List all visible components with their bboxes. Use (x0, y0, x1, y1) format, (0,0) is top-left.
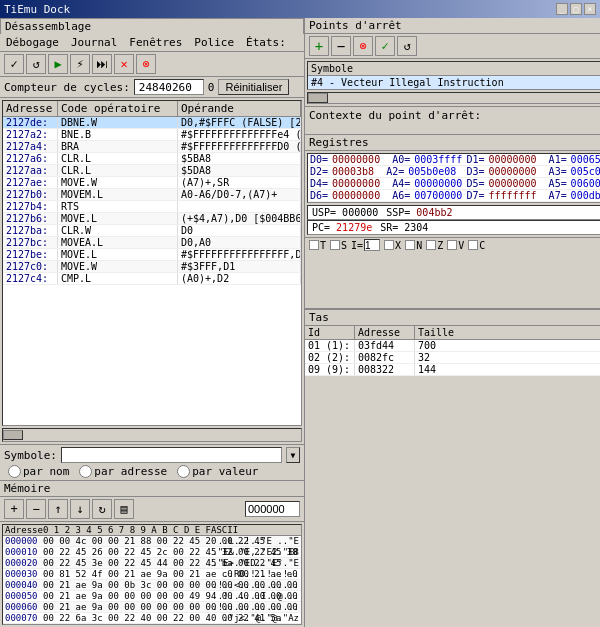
disasm-row[interactable]: 2127de: DBNE.W D0,#$FFFC (FALSE) [2127 (3, 117, 301, 129)
disasm-addr: 2127ba: (3, 225, 58, 236)
disasm-addr: 2127a6: (3, 153, 58, 164)
reset-btn2[interactable]: ↺ (26, 54, 46, 74)
bp-hscrollbar[interactable] (307, 92, 600, 104)
radio-by-value[interactable]: par valeur (177, 465, 258, 478)
disasm-row[interactable]: 2127a4: BRA #$FFFFFFFFFFFFFFD0 (TRU (3, 141, 301, 153)
bp-hscroll-thumb[interactable] (308, 93, 328, 103)
close-button[interactable]: × (584, 3, 596, 15)
tas-row[interactable]: 09 (9): 008322 144 (305, 364, 600, 376)
disasm-hscrollbar[interactable] (2, 428, 302, 442)
memory-row: 00000000 00 4c 00 00 21 88 00 22 45 20 0… (3, 536, 301, 547)
bp-remove-btn[interactable]: − (331, 36, 351, 56)
menu-windows[interactable]: Fenêtres (125, 35, 186, 50)
memory-address-input[interactable] (245, 501, 300, 517)
bp-check-btn[interactable]: ✓ (375, 36, 395, 56)
flag-i-input[interactable] (364, 239, 380, 251)
flags-row: T S I= X N Z (305, 237, 600, 252)
disasm-row[interactable]: 2127a2: BNE.B #$FFFFFFFFFFFFFFe4 (FALS (3, 129, 301, 141)
check-button[interactable]: ✓ (4, 54, 24, 74)
symbol-dropdown-btn[interactable]: ▼ (286, 447, 300, 463)
disasm-addr: 2127b4: (3, 201, 58, 212)
breakpoints-toolbar: + − ⊗ ✓ ↺ (305, 34, 600, 59)
menu-states[interactable]: États: (242, 35, 290, 50)
radio-by-name[interactable]: par nom (8, 465, 69, 478)
disasm-hscroll-thumb[interactable] (3, 430, 23, 440)
title-bar-buttons: _ □ × (556, 3, 596, 15)
disasm-row[interactable]: 2127b6: MOVE.L (+$4,A7),D0 [$004BB6] (3, 213, 301, 225)
disasm-addr: 2127b6: (3, 213, 58, 224)
flag-v-checkbox[interactable] (447, 240, 457, 250)
radio-by-address[interactable]: par adresse (79, 465, 167, 478)
bp-add-btn[interactable]: + (309, 36, 329, 56)
registers-stack-row: Registres D0=00000000 A0=0003ffffD1=0000… (305, 135, 600, 309)
disasm-row[interactable]: 2127b0: MOVEM.L A0-A6/D0-7,(A7)+ (3, 189, 301, 201)
bp-row[interactable]: #4 - Vecteur Illegal Instruction excepti… (308, 76, 600, 89)
mem-up-btn[interactable]: ↑ (48, 499, 68, 519)
mem-remove-btn[interactable]: − (26, 499, 46, 519)
symbol-input[interactable] (61, 447, 282, 463)
disasm-header: Adresse Code opératoire Opérande (3, 101, 301, 117)
memory-column-header: Adresse 0 1 2 3 4 5 6 7 8 9 A B C D E F … (3, 525, 301, 536)
mem-down-btn[interactable]: ↓ (70, 499, 90, 519)
disasm-operand: (A7)+,SR (178, 177, 301, 188)
mem-refresh-btn[interactable]: ↻ (92, 499, 112, 519)
tas-row[interactable]: 01 (1): 03fd44 700 (305, 340, 600, 352)
sr-value: 2304 (404, 222, 428, 233)
flag-s-checkbox[interactable] (330, 240, 340, 250)
flag-z-checkbox[interactable] (426, 240, 436, 250)
usp-ssp-row: USP= 000000 SSP= 004bb2 (307, 205, 600, 220)
minimize-button[interactable]: _ (556, 3, 568, 15)
tas-header: Tas (305, 310, 600, 326)
disasm-code: MOVE.L (58, 213, 178, 224)
disasm-row[interactable]: 2127ba: CLR.W D0 (3, 225, 301, 237)
title-bar: TiEmu Dock _ □ × (0, 0, 600, 18)
run-button[interactable]: ▶ (48, 54, 68, 74)
memory-row: 00006000 21 ae 9a 00 00 00 00 00 00 00 0… (3, 602, 301, 613)
abort-button[interactable]: ⊗ (136, 54, 156, 74)
disasm-row[interactable]: 2127c4: CMP.L (A0)+,D2 (3, 273, 301, 285)
step-button[interactable]: ⚡ (70, 54, 90, 74)
flag-x-checkbox[interactable] (384, 240, 394, 250)
memory-rows: 00000000 00 4c 00 00 21 88 00 22 45 20 0… (3, 536, 301, 624)
flag-t-checkbox[interactable] (309, 240, 319, 250)
flag-z: Z (426, 239, 443, 251)
counter-bar: Compteur de cycles: 24840260 0 Réinitial… (0, 77, 304, 98)
symbol-label: Symbole: (4, 449, 57, 462)
flag-n-checkbox[interactable] (405, 240, 415, 250)
memory-header: Mémoire (0, 481, 304, 497)
disasm-code: RTS (58, 201, 178, 212)
bp-reset-btn[interactable]: ↺ (397, 36, 417, 56)
bp-table-header: Symbole Type Statut Début (308, 62, 600, 76)
tas-row[interactable]: 02 (2): 0082fc 32 (305, 352, 600, 364)
disasm-row[interactable]: 2127bc: MOVEA.L D0,A0 (3, 237, 301, 249)
menu-police[interactable]: Police (190, 35, 238, 50)
stop-button[interactable]: ✕ (114, 54, 134, 74)
mem-add-btn[interactable]: + (4, 499, 24, 519)
reinitialiser-button[interactable]: Réinitialiser (218, 79, 289, 95)
mem-text-btn[interactable]: ▤ (114, 499, 134, 519)
disasm-code: CMP.L (58, 273, 178, 284)
breakpoints-table: Symbole Type Statut Début #4 - Vecteur I… (307, 61, 600, 90)
disasm-addr: 2127be: (3, 249, 58, 260)
disasm-row[interactable]: 2127b4: RTS (3, 201, 301, 213)
maximize-button[interactable]: □ (570, 3, 582, 15)
disasm-row[interactable]: 2127a6: CLR.L $5BA8 (3, 153, 301, 165)
bp-stop-btn[interactable]: ⊗ (353, 36, 373, 56)
next-button[interactable]: ⏭ (92, 54, 112, 74)
disasm-row[interactable]: 2127aa: CLR.L $5DA8 (3, 165, 301, 177)
menu-debug[interactable]: Débogage (2, 35, 63, 50)
disasm-operand: D0,#$FFFC (FALSE) [2127 (178, 117, 301, 128)
menu-journal[interactable]: Journal (67, 35, 121, 50)
disasm-operand: D0 (178, 225, 301, 236)
flag-t: T (309, 239, 326, 251)
disasm-row[interactable]: 2127ae: MOVE.W (A7)+,SR (3, 177, 301, 189)
context-label: Contexte du point d'arrêt: (309, 109, 481, 122)
disasm-operand: (+$4,A7),D0 [$004BB6] (178, 213, 301, 224)
flag-s: S (330, 239, 347, 251)
disasm-addr: 2127ae: (3, 177, 58, 188)
flag-c-checkbox[interactable] (468, 240, 478, 250)
disasm-row[interactable]: 2127be: MOVE.L #$FFFFFFFFFFFFFFFF,D2 (3, 249, 301, 261)
disasm-row[interactable]: 2127c0: MOVE.W #$3FFF,D1 (3, 261, 301, 273)
reg-row: D0=00000000 A0=0003ffff (308, 154, 464, 166)
disasm-code: CLR.L (58, 165, 178, 176)
